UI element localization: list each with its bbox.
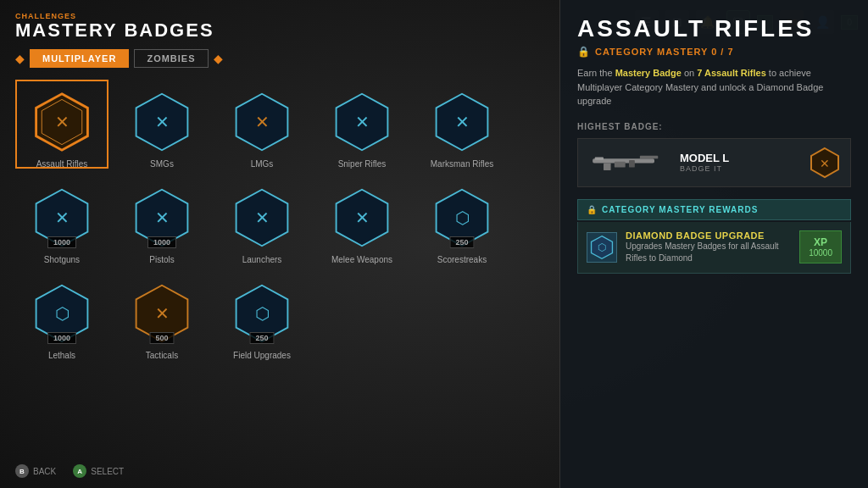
svg-rect-15	[640, 155, 658, 158]
badge-icon-small: ✕	[808, 146, 842, 180]
xp-amount: 10000	[809, 248, 832, 258]
weapon-shotguns[interactable]: ✕ 1000 Shotguns	[15, 175, 108, 264]
badge-count: 250	[249, 332, 274, 344]
weapon-lmgs[interactable]: ✕ LMGs	[215, 80, 309, 169]
badge-container: ✕	[324, 88, 400, 156]
svg-text:✕: ✕	[820, 157, 830, 170]
weapon-name: Tacticals	[146, 351, 178, 360]
reward-description: Upgrades Mastery Badges for all Assault …	[626, 241, 791, 264]
weapon-launchers[interactable]: ✕ Launchers	[215, 175, 309, 264]
rewards-lock-icon: 🔒	[587, 205, 597, 214]
badge-container: ⬡ 250	[424, 184, 500, 252]
badge-tier: BADGE IT	[680, 164, 799, 173]
weapon-name: Assault Rifles	[36, 159, 88, 169]
weapon-name: Pistols	[149, 255, 174, 264]
tab-left-arrow[interactable]: ◆	[15, 52, 25, 65]
reward-name: DIAMOND BADGE UPGRADE	[626, 230, 791, 241]
weapon-tacticals[interactable]: ✕ 500 Tacticals	[115, 271, 209, 360]
page-title: MASTERY BADGES	[15, 20, 544, 41]
xp-block: XP 10000	[799, 230, 842, 263]
weapon-lethals[interactable]: ⬡ 1000 Lethals	[15, 271, 108, 360]
svg-rect-19	[595, 157, 604, 159]
badge-container: ✕	[424, 88, 500, 156]
badge-container: ⬡ 1000	[24, 280, 100, 347]
weapon-name: Marksman Rifles	[431, 159, 493, 169]
badge-container: ✕	[224, 88, 300, 156]
weapon-name: Scorestreaks	[437, 255, 487, 264]
category-mastery: 🔒 CATEGORY MASTERY 0 / 7	[577, 46, 851, 58]
tab-right-arrow[interactable]: ◆	[214, 52, 223, 65]
tab-multiplayer[interactable]: MULTIPLAYER	[30, 49, 129, 68]
gun-image	[587, 150, 671, 175]
weapon-name: Launchers	[242, 255, 282, 264]
badge-count: 1000	[147, 236, 176, 248]
weapon-field-upgrades[interactable]: ⬡ 250 Field Upgrades	[215, 271, 309, 360]
weapon-sniper-rifles[interactable]: ✕ Sniper Rifles	[315, 80, 409, 169]
weapon-name: Shotguns	[44, 255, 80, 264]
weapon-melee-weapons[interactable]: ✕ Melee Weapons	[315, 175, 409, 264]
badge-container: ✕ 1000	[24, 184, 100, 252]
svg-rect-17	[615, 161, 626, 167]
weapon-scorestreaks[interactable]: ⬡ 250 Scorestreaks	[415, 175, 509, 264]
weapon-pistols[interactable]: ✕ 1000 Pistols	[115, 175, 209, 264]
badge-container: ✕	[224, 184, 300, 252]
weapon-smgs[interactable]: ✕ SMGs	[115, 80, 209, 169]
category-title: ASSAULT RIFLES	[577, 17, 851, 41]
highest-badge-label: HIGHEST BADGE:	[577, 122, 851, 131]
hexagon: ✕	[130, 90, 194, 154]
header: CHALLENGES MASTERY BADGES	[15, 12, 544, 41]
svg-rect-18	[629, 160, 635, 168]
badge-container: ✕ 1000	[124, 184, 200, 252]
badge-container: ✕	[124, 88, 200, 156]
weapon-name: Sniper Rifles	[338, 159, 387, 169]
xp-label: XP	[814, 236, 827, 248]
badge-container: ✕	[324, 184, 400, 252]
reward-card: ⬡ DIAMOND BADGE UPGRADE Upgrades Mastery…	[577, 222, 851, 274]
hexagon: ✕	[330, 186, 394, 250]
weapon-name: Lethals	[48, 351, 75, 360]
highlight-text: Mastery Badge	[615, 68, 682, 78]
badge-container: ⬡ 250	[224, 280, 300, 347]
hexagon: ✕	[330, 90, 394, 154]
reward-info: DIAMOND BADGE UPGRADE Upgrades Mastery B…	[626, 230, 791, 264]
category-description: Earn the Mastery Badge on 7 Assault Rifl…	[577, 66, 851, 108]
hexagon: ✕	[230, 186, 294, 250]
weapon-name: Melee Weapons	[331, 255, 392, 264]
hexagon: ✕	[30, 90, 94, 154]
badge-gun-name: MODEL L	[680, 152, 799, 164]
weapon-name: LMGs	[251, 159, 274, 169]
svg-text:⬡: ⬡	[598, 241, 606, 253]
tabs-container: ◆ MULTIPLAYER ZOMBIES ◆	[15, 49, 544, 68]
reward-icon: ⬡	[587, 232, 617, 263]
badge-info: MODEL L BADGE IT	[680, 152, 799, 173]
badge-count: 250	[449, 236, 474, 248]
badge-count: 1000	[47, 332, 76, 344]
badge-count: 500	[149, 332, 174, 344]
rewards-title: CATEGORY MASTERY REWARDS	[602, 205, 758, 214]
weapon-assault-rifles[interactable]: ✕ Assault Rifles	[15, 80, 108, 169]
svg-rect-16	[604, 163, 611, 170]
hexagon: ✕	[230, 90, 294, 154]
badge-count: 1000	[47, 236, 76, 248]
badge-container: ✕ 500	[124, 280, 200, 347]
highlight-rifles: 7 Assault Rifles	[697, 68, 766, 78]
tab-zombies[interactable]: ZOMBIES	[134, 49, 208, 68]
mastery-text: CATEGORY MASTERY 0 / 7	[595, 47, 734, 57]
rewards-header: 🔒 CATEGORY MASTERY REWARDS	[577, 199, 851, 220]
hexagon: ✕	[430, 90, 494, 154]
weapon-name: Field Upgrades	[233, 351, 291, 360]
weapon-name: SMGs	[150, 159, 174, 169]
weapon-marksman-rifles[interactable]: ✕ Marksman Rifles	[415, 80, 509, 169]
right-panel: ASSAULT RIFLES 🔒 CATEGORY MASTERY 0 / 7 …	[559, 0, 868, 488]
highest-badge-card: MODEL L BADGE IT ✕	[577, 138, 851, 187]
left-panel: CHALLENGES MASTERY BADGES ◆ MULTIPLAYER …	[0, 0, 559, 488]
lock-icon: 🔒	[577, 46, 590, 58]
weapons-grid: ✕ Assault Rifles ✕ SMGs	[15, 80, 544, 360]
badge-container: ✕	[24, 88, 100, 156]
